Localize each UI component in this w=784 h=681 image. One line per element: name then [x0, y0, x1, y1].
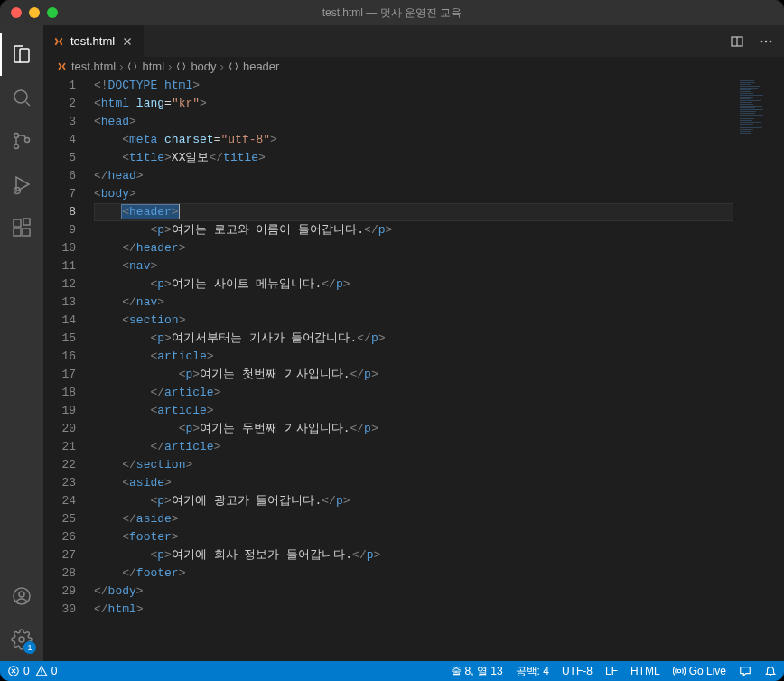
status-indentation[interactable]: 공백: 4	[516, 664, 549, 679]
activity-bar: 1	[0, 25, 43, 661]
chevron-right-icon: ›	[168, 60, 172, 73]
traffic-lights	[0, 7, 58, 18]
code-line[interactable]: </aside>	[94, 510, 733, 528]
html-file-icon	[52, 35, 65, 48]
code-line[interactable]: <p>여기에 회사 정보가 들어갑니다.</p>	[94, 546, 733, 564]
svg-point-10	[19, 592, 24, 597]
symbol-icon	[228, 61, 239, 72]
svg-point-14	[765, 40, 768, 42]
code-line[interactable]: </article>	[94, 384, 733, 402]
line-number-gutter[interactable]: 1234567891011121314151617181920212223242…	[43, 77, 94, 661]
accounts-icon[interactable]	[0, 574, 43, 618]
code-line[interactable]: <aside>	[94, 474, 733, 492]
svg-point-0	[14, 90, 27, 103]
tab-label: test.html	[70, 34, 115, 48]
close-tab-icon[interactable]	[120, 34, 135, 49]
status-bar: 0 0 줄 8, 열 13 공백: 4 UTF-8 LF HTML Go Liv…	[0, 661, 784, 681]
tab-bar: test.html	[43, 25, 784, 57]
code-line[interactable]: <head>	[94, 113, 733, 131]
settings-gear-icon[interactable]: 1	[0, 618, 43, 661]
code-line[interactable]: </footer>	[94, 564, 733, 583]
code-line[interactable]: </head>	[94, 167, 733, 185]
breadcrumb-html[interactable]: html	[126, 60, 164, 73]
status-golive[interactable]: Go Live	[673, 665, 726, 677]
svg-point-3	[25, 138, 30, 143]
chevron-right-icon: ›	[220, 60, 224, 73]
svg-point-15	[770, 40, 772, 42]
code-editor[interactable]: 1234567891011121314151617181920212223242…	[43, 77, 784, 661]
close-window-button[interactable]	[11, 7, 22, 18]
tab-actions	[730, 25, 784, 57]
symbol-icon	[126, 61, 138, 72]
status-bell-icon[interactable]	[764, 665, 777, 677]
code-line[interactable]: </body>	[94, 583, 733, 601]
breadcrumbs[interactable]: test.html › html › body › header	[43, 57, 784, 77]
breadcrumb-file[interactable]: test.html	[56, 60, 116, 73]
chevron-right-icon: ›	[119, 60, 123, 73]
code-line[interactable]: <html lang="kr">	[94, 95, 733, 113]
status-line-col[interactable]: 줄 8, 열 13	[451, 664, 502, 679]
svg-rect-8	[23, 219, 30, 225]
status-eol[interactable]: LF	[605, 665, 618, 677]
minimap[interactable]	[733, 77, 784, 661]
titlebar[interactable]: test.html — 멋사 운영진 교육	[0, 0, 784, 25]
code-line[interactable]: <p>여기는 로고와 이름이 들어갑니다.</p>	[94, 221, 733, 239]
code-line[interactable]: <p>여기는 두번째 기사입니다.</p>	[94, 420, 733, 438]
code-line[interactable]: <p>여기에 광고가 들어갑니다.</p>	[94, 492, 733, 510]
code-line[interactable]: <section>	[94, 312, 733, 330]
explorer-icon[interactable]	[0, 33, 43, 76]
tab-test-html[interactable]: test.html	[43, 25, 145, 57]
window-title: test.html — 멋사 운영진 교육	[322, 5, 462, 21]
code-line[interactable]: <footer>	[94, 528, 733, 546]
minimize-window-button[interactable]	[29, 7, 40, 18]
search-icon[interactable]	[0, 76, 43, 119]
status-warnings[interactable]: 0	[35, 665, 58, 677]
svg-point-2	[14, 145, 19, 149]
symbol-icon	[175, 61, 187, 72]
status-language[interactable]: HTML	[630, 665, 660, 677]
code-line[interactable]: <p>여기는 첫번째 기사입니다.</p>	[94, 366, 733, 384]
code-line[interactable]: <article>	[94, 348, 733, 366]
code-line[interactable]: <nav>	[94, 257, 733, 275]
settings-badge: 1	[23, 641, 36, 654]
code-line[interactable]: <p>여기서부터는 기사가 들어갑니다.</p>	[94, 330, 733, 348]
code-line[interactable]: <title>XX일보</title>	[94, 149, 733, 167]
more-actions-icon[interactable]	[759, 34, 773, 49]
svg-point-13	[761, 40, 763, 42]
svg-rect-5	[14, 219, 21, 227]
breadcrumb-header[interactable]: header	[228, 60, 279, 73]
editor-area: test.html test.html	[43, 25, 784, 661]
code-content[interactable]: <!DOCTYPE html><html lang="kr"><head> <m…	[94, 77, 733, 661]
code-line[interactable]: <p>여기는 사이트 메뉴입니다.</p>	[94, 275, 733, 294]
code-line[interactable]: <header>	[94, 203, 733, 221]
svg-point-17	[677, 669, 681, 673]
source-control-icon[interactable]	[0, 119, 43, 163]
code-line[interactable]: <body>	[94, 185, 733, 203]
svg-point-11	[19, 637, 24, 642]
vscode-window: test.html — 멋사 운영진 교육	[0, 0, 784, 681]
maximize-window-button[interactable]	[47, 7, 58, 18]
code-line[interactable]: <!DOCTYPE html>	[94, 77, 733, 95]
svg-point-1	[14, 134, 19, 138]
status-errors[interactable]: 0	[7, 665, 30, 677]
code-line[interactable]: </header>	[94, 239, 733, 257]
svg-rect-7	[23, 229, 30, 236]
code-line[interactable]: </html>	[94, 601, 733, 619]
status-encoding[interactable]: UTF-8	[562, 665, 593, 677]
code-line[interactable]: </nav>	[94, 294, 733, 312]
code-line[interactable]: <article>	[94, 402, 733, 420]
code-line[interactable]: </section>	[94, 456, 733, 474]
extensions-icon[interactable]	[0, 206, 43, 249]
html-file-icon	[56, 61, 68, 72]
scrollbar[interactable]	[773, 77, 784, 661]
svg-rect-6	[14, 229, 21, 236]
main-area: 1 test.html	[0, 25, 784, 661]
split-editor-icon[interactable]	[730, 34, 744, 49]
run-debug-icon[interactable]	[0, 163, 43, 206]
breadcrumb-body[interactable]: body	[175, 60, 216, 73]
code-line[interactable]: </article>	[94, 438, 733, 456]
code-line[interactable]: <meta charset="utf-8">	[94, 131, 733, 149]
status-feedback-icon[interactable]	[739, 665, 751, 677]
